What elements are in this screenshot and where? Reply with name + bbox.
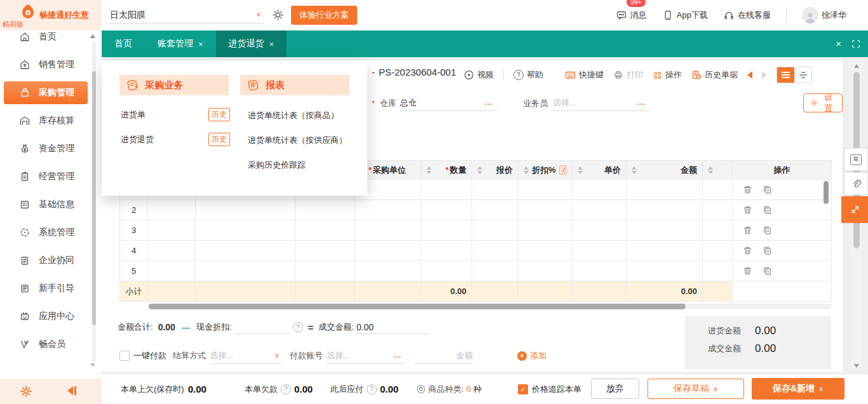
menu-item-purchase-return[interactable]: 进货退货 历史 — [121, 133, 230, 146]
question-circle-icon[interactable]: ? — [367, 384, 377, 394]
sort-icon[interactable] — [632, 166, 637, 174]
copy-row-icon[interactable] — [763, 226, 772, 235]
gear-icon[interactable] — [272, 9, 284, 23]
menu-item-report-by-goods[interactable]: 进货单统计表（按商品） — [248, 110, 339, 121]
table-horizontal-scrollbar-track[interactable] — [147, 304, 831, 309]
copy-row-icon[interactable] — [763, 205, 772, 215]
menu-item-purchase-order[interactable]: 进货单 历史 — [121, 108, 230, 121]
scroll-down-icon[interactable] — [854, 364, 859, 368]
copy-row-icon[interactable] — [763, 246, 772, 255]
tab-purchase-return[interactable]: 进货退货 × — [216, 30, 287, 57]
question-circle-icon[interactable]: ? — [293, 322, 303, 332]
history-badge[interactable]: 历史 — [208, 133, 230, 146]
help-button[interactable]: ? 帮助 — [513, 69, 543, 81]
delete-row-icon[interactable] — [743, 246, 752, 255]
sidebar-scrollbar-track[interactable] — [92, 41, 96, 362]
clerk-select[interactable]: 选择... ... — [553, 95, 649, 111]
more-options-icon[interactable]: ... — [485, 98, 493, 107]
add-payment-button[interactable]: + 添加 — [517, 350, 546, 361]
settings-button[interactable]: 设置 — [803, 93, 843, 112]
attachment-button[interactable] — [844, 172, 868, 195]
table-vertical-scrollbar-thumb[interactable] — [824, 181, 829, 204]
batch-edit-icon[interactable] — [559, 165, 567, 175]
sort-icon[interactable] — [578, 166, 583, 174]
copy-row-icon[interactable] — [763, 185, 772, 194]
industry-plan-button[interactable]: 体验行业方案 — [291, 6, 357, 25]
price-track-checkbox[interactable]: ✓ — [518, 384, 528, 394]
discount-header[interactable]: 折扣% — [519, 161, 573, 180]
sort-icon[interactable] — [708, 166, 713, 174]
sidebar-scrollbar-thumb[interactable] — [92, 71, 96, 325]
sidebar-item-system[interactable]: 系统管理 — [0, 219, 102, 246]
quote-header[interactable]: 报价 — [472, 161, 519, 180]
table-horizontal-scrollbar-thumb[interactable] — [149, 304, 686, 309]
delete-row-icon[interactable] — [743, 226, 752, 235]
chevron-down-icon[interactable]: ∨ — [256, 10, 261, 18]
prev-doc-icon[interactable] — [747, 71, 752, 79]
sidebar-item-funds[interactable]: 资金管理 — [0, 135, 102, 163]
question-circle-icon[interactable]: ? — [281, 384, 291, 394]
cancel-button[interactable]: 放弃 — [591, 379, 639, 399]
chevron-down-icon[interactable]: ∨ — [275, 351, 280, 360]
close-all-tabs-icon[interactable]: × — [836, 39, 841, 48]
sort-icon[interactable] — [477, 166, 482, 174]
sidebar-settings-gear-icon[interactable] — [20, 385, 32, 400]
sidebar-item-sales[interactable]: 销售管理 — [0, 51, 102, 79]
deal-amount-field[interactable]: 0.00 — [356, 321, 430, 334]
close-icon[interactable]: × — [198, 39, 203, 49]
hotkeys-button[interactable]: 快捷键 — [565, 69, 604, 81]
print-button[interactable]: 打印 — [613, 69, 643, 81]
copy-row-icon[interactable] — [763, 266, 772, 276]
app-download-button[interactable]: App下载 — [662, 10, 708, 21]
scroll-up-icon[interactable] — [854, 64, 859, 68]
sidebar-item-member[interactable]: 畅会员 — [0, 330, 102, 358]
sidebar-item-base-info[interactable]: 基础信息 — [0, 191, 102, 219]
pay-amount-input[interactable]: 金额 — [414, 348, 473, 364]
account-dropdown[interactable]: 日太阳膜 ∨ — [110, 8, 264, 24]
menu-item-report-by-supplier[interactable]: 进货单统计表（按供应商） — [248, 135, 347, 146]
save-and-new-button[interactable]: 保存&新增 ∧ — [752, 378, 844, 400]
next-doc-icon[interactable] — [762, 71, 767, 79]
sidebar-collapse-icon[interactable] — [67, 386, 76, 395]
draft-box-button[interactable]: 草 — [844, 148, 868, 171]
sidebar-scroll-down-icon[interactable] — [90, 363, 95, 367]
tab-account-mgmt[interactable]: 账套管理 × — [145, 30, 216, 57]
sort-icon[interactable] — [524, 166, 529, 174]
messages-button[interactable]: 99+ 消息 — [616, 10, 647, 21]
delete-row-icon[interactable] — [743, 185, 752, 194]
operations-button[interactable]: 操作 — [653, 69, 682, 81]
more-options-icon[interactable]: ... — [393, 351, 402, 360]
sidebar-item-home[interactable]: 首页 — [0, 23, 102, 51]
sidebar-item-app-center[interactable]: 应用中心 — [0, 302, 102, 330]
pay-account-select[interactable]: 选择... ... — [327, 348, 404, 364]
menu-item-price-history[interactable]: 采购历史价跟踪 — [248, 159, 306, 171]
online-service-button[interactable]: 在线客服 — [723, 10, 771, 21]
sidebar-scroll-up-icon[interactable] — [90, 34, 95, 38]
sidebar-item-newbie-guide[interactable]: 新手引导 — [0, 274, 102, 302]
grid-view-toggle[interactable] — [794, 67, 811, 83]
sort-icon[interactable] — [426, 166, 431, 174]
delete-row-icon[interactable] — [743, 205, 752, 215]
history-badge[interactable]: 历史 — [208, 108, 230, 121]
close-icon[interactable]: × — [269, 39, 275, 49]
cash-discount-input[interactable] — [234, 321, 289, 334]
more-options-icon[interactable]: ... — [637, 98, 646, 107]
one-click-pay-checkbox[interactable] — [119, 351, 130, 361]
sidebar-item-purchase[interactable]: 采购管理 — [0, 79, 102, 107]
user-menu[interactable]: 徐泽华 — [802, 7, 846, 24]
save-draft-button[interactable]: 保存草稿 ∧ — [648, 379, 744, 399]
delete-row-icon[interactable] — [743, 266, 752, 276]
video-button[interactable]: 视频 — [464, 69, 494, 81]
sidebar-item-enterprise[interactable]: 企业协同 — [0, 246, 102, 274]
expand-button[interactable] — [841, 196, 868, 223]
warehouse-select[interactable]: 总仓 ... — [400, 95, 497, 111]
settle-method-select[interactable]: 选择... ∨ — [210, 348, 281, 364]
fullscreen-icon[interactable] — [851, 39, 860, 50]
price-header[interactable]: 单价 — [573, 161, 627, 180]
list-view-toggle[interactable] — [777, 67, 794, 83]
qty-header[interactable]: *数量 — [421, 161, 472, 180]
amount-header[interactable]: 金额 — [627, 161, 703, 180]
history-docs-button[interactable]: 历史单据 — [691, 69, 738, 81]
sidebar-item-inventory[interactable]: 库存核算 — [0, 107, 102, 135]
tab-home[interactable]: 首页 — [102, 30, 145, 57]
